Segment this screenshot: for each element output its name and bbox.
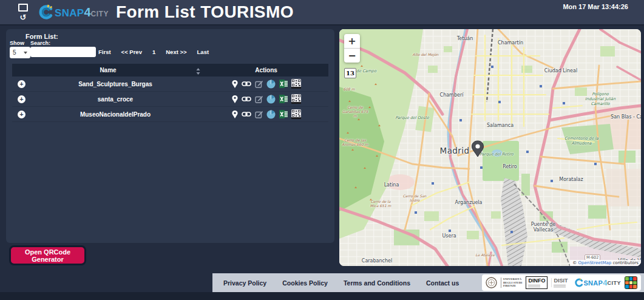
qrcode-button[interactable] xyxy=(291,109,301,119)
search-input[interactable] xyxy=(30,47,96,57)
map-marker-icon[interactable] xyxy=(471,140,484,160)
row-name: santa_croce xyxy=(27,96,204,103)
pagination-last[interactable]: Last xyxy=(197,49,209,55)
km4city-icon xyxy=(625,276,637,289)
qrcode-button[interactable] xyxy=(291,94,301,104)
clock: Mon 17 Mar 13:44:26 xyxy=(563,3,628,10)
table-controls: Show 5 Search: First << Prev 1 Next >> L… xyxy=(6,42,334,60)
link-button[interactable] xyxy=(242,96,251,102)
row-name: MuseoNacionaldelPrado xyxy=(27,111,204,118)
app-header: ↺ SNAP4CITY Form List TOURISMO Mon 17 Ma… xyxy=(0,0,644,26)
pagination-prev[interactable]: << Prev xyxy=(121,49,142,55)
open-qrcode-generator-button[interactable]: Open QRCode Generator xyxy=(9,245,86,265)
map-attribution: © OpenStreetMap contributors xyxy=(570,260,641,266)
snap4city-swirl-icon xyxy=(574,278,583,287)
row-actions xyxy=(204,94,328,104)
row-actions xyxy=(204,109,328,119)
zoom-level-badge: 13 xyxy=(344,68,356,78)
actions-column-header: Actions xyxy=(204,67,328,73)
expand-row-button[interactable]: + xyxy=(18,111,25,118)
refresh-icon[interactable]: ↺ xyxy=(20,14,27,21)
brand-snap: SNAP xyxy=(55,7,84,19)
university-name: UNIVERSITÀ DEGLI STUDI FIRENZE xyxy=(501,278,523,288)
export-excel-button[interactable] xyxy=(279,95,288,103)
export-excel-button[interactable] xyxy=(279,110,288,118)
header-window-controls: ↺ xyxy=(18,4,28,21)
table-row: + Sand_Sculptures_Burgas xyxy=(12,77,328,92)
footer-link[interactable]: Contact us xyxy=(426,279,459,287)
openstreetmap-link[interactable]: OpenStreetMap xyxy=(578,261,611,265)
bottom-bar xyxy=(0,292,644,300)
footer-link[interactable]: Terms and Conditions xyxy=(344,279,410,287)
expand-row-button[interactable]: + xyxy=(18,80,25,88)
name-column-header: Name xyxy=(12,67,204,73)
pagination-page[interactable]: 1 xyxy=(152,49,155,55)
pagination-first[interactable]: First xyxy=(98,49,111,55)
stats-pie-button[interactable] xyxy=(266,110,276,119)
map-panel[interactable]: TetuánChamartínCiudad LinealChamberíSala… xyxy=(339,29,641,266)
locate-on-map-button[interactable] xyxy=(232,111,238,118)
link-button[interactable] xyxy=(242,81,251,87)
snap4city-swirl-icon xyxy=(38,4,53,20)
panel-title: Form List: xyxy=(6,29,334,42)
show-label: Show xyxy=(10,40,24,46)
map-zoom-controls: + − xyxy=(344,34,360,63)
stats-pie-button[interactable] xyxy=(266,80,276,89)
table-row: + MuseoNacionaldelPrado xyxy=(12,107,328,122)
row-actions xyxy=(204,79,328,89)
locate-on-map-button[interactable] xyxy=(232,80,238,88)
footer: Privacy PolicyCookies PolicyTerms and Co… xyxy=(212,273,644,292)
pagination: First << Prev 1 Next >> Last xyxy=(98,49,209,55)
footer-snap4city-logo: SNAP4CITY xyxy=(574,278,621,287)
expand-row-button[interactable]: + xyxy=(18,95,25,103)
snap4city-logo: SNAP4CITY xyxy=(38,4,109,20)
footer-link[interactable]: Cookies Policy xyxy=(282,279,328,287)
pagination-next[interactable]: Next >> xyxy=(166,49,186,55)
page-title: Form List TOURISMO xyxy=(116,2,294,22)
edit-button[interactable] xyxy=(255,95,263,103)
map-canvas xyxy=(339,29,641,266)
search-label: Search: xyxy=(30,40,50,46)
dinfo-logo: DINFO xyxy=(526,276,547,289)
form-table: Name Actions + Sand_Sculptures_Burgas xyxy=(12,64,328,122)
qrcode-button[interactable] xyxy=(291,79,301,89)
brand-four: 4 xyxy=(84,5,90,19)
footer-links: Privacy PolicyCookies PolicyTerms and Co… xyxy=(223,279,459,287)
page-size-value: 5 xyxy=(13,49,16,56)
form-table-body: + Sand_Sculptures_Burgas + santa_ xyxy=(12,77,328,122)
link-button[interactable] xyxy=(242,111,251,117)
disit-logo: DISIT xyxy=(551,278,569,287)
row-name: Sand_Sculptures_Burgas xyxy=(27,81,204,87)
brand-city: CITY xyxy=(91,10,109,18)
footer-link[interactable]: Privacy Policy xyxy=(223,279,266,287)
edit-button[interactable] xyxy=(255,111,263,118)
footer-logos: UNIVERSITÀ DEGLI STUDI FIRENZE DINFO DIS… xyxy=(482,274,641,291)
form-table-header: Name Actions xyxy=(12,64,328,77)
export-excel-button[interactable] xyxy=(279,80,288,88)
sort-icon[interactable] xyxy=(196,68,200,76)
stats-pie-button[interactable] xyxy=(266,95,276,104)
zoom-in-button[interactable]: + xyxy=(344,34,360,48)
university-seal-icon xyxy=(486,277,497,288)
form-list-panel: Form List: Show 5 Search: First << Prev … xyxy=(6,29,334,243)
locate-on-map-button[interactable] xyxy=(232,95,238,103)
page-size-select[interactable]: 5 xyxy=(10,47,30,58)
chevron-down-icon xyxy=(24,52,27,54)
window-icon[interactable] xyxy=(18,4,28,12)
edit-button[interactable] xyxy=(255,80,263,88)
table-row: + santa_croce xyxy=(12,92,328,107)
zoom-out-button[interactable]: − xyxy=(344,48,360,63)
